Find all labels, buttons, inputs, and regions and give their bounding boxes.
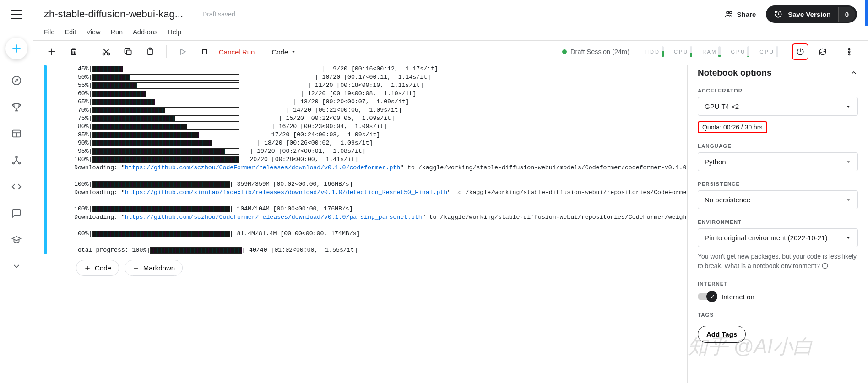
- cell-type-dropdown[interactable]: Code: [271, 48, 296, 56]
- run-cell-button[interactable]: [175, 44, 190, 59]
- side-panel: Notebook options ACCELERATOR GPU T4 ×2 Q…: [687, 65, 868, 383]
- menu-view[interactable]: View: [86, 28, 100, 36]
- menu-help[interactable]: Help: [168, 28, 181, 36]
- save-version-button[interactable]: Save Version 0: [766, 5, 857, 23]
- cancel-run-button[interactable]: Cancel Run: [219, 48, 255, 56]
- cell-gutter[interactable]: [44, 65, 47, 254]
- hdd-meter: H D D: [645, 46, 664, 57]
- output-cell: 45%| | 9/20 [00:16<00:12, 1.17s/it] 50%|…: [44, 65, 687, 254]
- svg-marker-34: [847, 237, 850, 239]
- accelerator-select[interactable]: GPU T4 ×2: [698, 97, 858, 116]
- svg-rect-18: [127, 50, 131, 55]
- code-icon[interactable]: [11, 181, 22, 192]
- persistence-select[interactable]: No persistence: [698, 190, 858, 209]
- stop-button[interactable]: [197, 44, 212, 59]
- scrollbar-top-marker: [865, 0, 868, 26]
- resource-meters: H D D C P U R A M G P U G P U: [645, 46, 778, 57]
- power-button[interactable]: [792, 43, 808, 60]
- svg-point-26: [848, 54, 850, 55]
- compass-icon[interactable]: [11, 75, 22, 86]
- language-select[interactable]: Python: [698, 152, 858, 171]
- share-button[interactable]: Share: [724, 10, 756, 19]
- menu-addons[interactable]: Add-ons: [133, 28, 157, 36]
- editor-area: 45%| | 9/20 [00:16<00:12, 1.17s/it] 50%|…: [33, 65, 687, 383]
- menu-edit[interactable]: Edit: [65, 28, 76, 36]
- hamburger-menu[interactable]: [11, 10, 22, 19]
- internet-label: INTERNET: [698, 281, 858, 286]
- persistence-label: PERSISTENCE: [698, 181, 858, 187]
- gpu-meter-1: G P U: [731, 46, 749, 57]
- draft-status: Draft saved: [202, 11, 235, 18]
- svg-point-24: [848, 49, 850, 50]
- accelerator-label: ACCELERATOR: [698, 88, 858, 93]
- discussions-icon[interactable]: [11, 208, 22, 219]
- environment-note: You won't get new packages, but your cod…: [698, 252, 858, 271]
- menu-file[interactable]: File: [44, 28, 54, 36]
- gpu-meter-2: G P U: [760, 46, 778, 57]
- trophy-icon[interactable]: [11, 102, 22, 113]
- status-dot-icon: [562, 49, 567, 54]
- caret-down-icon: [846, 197, 851, 203]
- create-button[interactable]: [5, 38, 27, 59]
- cell-output: 45%| | 9/20 [00:16<00:12, 1.17s/it] 50%|…: [74, 65, 687, 254]
- menu-run[interactable]: Run: [111, 28, 123, 36]
- svg-marker-32: [847, 161, 850, 163]
- paste-button[interactable]: [142, 44, 158, 59]
- refresh-button[interactable]: [815, 44, 830, 59]
- quota-badge: Quota: 00:26 / 30 hrs: [698, 121, 767, 133]
- chevron-up-icon: [850, 69, 858, 77]
- ram-meter: R A M: [702, 46, 721, 57]
- svg-point-2: [12, 76, 20, 85]
- svg-point-11: [729, 11, 732, 14]
- svg-marker-33: [847, 199, 850, 201]
- svg-point-37: [825, 264, 825, 265]
- add-cell-button[interactable]: [44, 44, 60, 59]
- svg-point-25: [848, 51, 850, 52]
- learn-icon[interactable]: [11, 234, 22, 245]
- header: zh-stable-diffusion-webui-kag... Draft s…: [33, 0, 868, 23]
- environment-select[interactable]: Pin to original environment (2022-10-21): [698, 228, 858, 247]
- version-count: 0: [838, 7, 855, 22]
- svg-marker-21: [181, 49, 186, 54]
- add-markdown-cell-button[interactable]: Markdown: [125, 260, 183, 276]
- svg-marker-31: [847, 106, 850, 108]
- caret-down-icon: [846, 235, 851, 241]
- copy-button[interactable]: [120, 44, 136, 59]
- add-code-cell-button[interactable]: Code: [76, 260, 119, 276]
- kebab-menu[interactable]: [841, 44, 857, 59]
- history-icon: [774, 10, 782, 18]
- delete-cell-button[interactable]: [66, 44, 81, 59]
- svg-marker-3: [15, 79, 18, 82]
- caret-down-icon: [291, 49, 296, 54]
- svg-point-10: [727, 11, 729, 14]
- svg-rect-22: [202, 49, 206, 54]
- main-area: zh-stable-diffusion-webui-kag... Draft s…: [33, 0, 868, 383]
- caret-down-icon: [846, 104, 851, 109]
- svg-point-9: [18, 162, 20, 164]
- svg-point-8: [12, 162, 14, 164]
- chevron-down-icon[interactable]: [11, 261, 22, 272]
- table-icon[interactable]: [11, 128, 22, 139]
- add-tags-button[interactable]: Add Tags: [698, 326, 746, 343]
- share-icon: [724, 10, 733, 19]
- internet-status: Internet on: [722, 293, 754, 301]
- environment-label: ENVIRONMENT: [698, 219, 858, 225]
- cpu-meter: C P U: [674, 46, 692, 57]
- left-rail: [0, 0, 33, 383]
- models-icon[interactable]: [11, 155, 22, 166]
- menubar: File Edit View Run Add-ons Help: [33, 23, 868, 40]
- language-label: LANGUAGE: [698, 143, 858, 149]
- info-icon[interactable]: [822, 263, 828, 269]
- toolbar: Cancel Run Code Draft Session (24m) H D …: [33, 40, 868, 65]
- side-panel-header[interactable]: Notebook options: [698, 68, 858, 78]
- svg-marker-23: [292, 51, 295, 53]
- svg-point-7: [16, 156, 17, 158]
- cut-button[interactable]: [98, 44, 114, 59]
- tags-label: TAGS: [698, 312, 858, 318]
- notebook-title[interactable]: zh-stable-diffusion-webui-kag...: [44, 8, 183, 20]
- session-status[interactable]: Draft Session (24m): [562, 48, 629, 55]
- caret-down-icon: [846, 159, 851, 165]
- internet-toggle[interactable]: ✓: [698, 293, 716, 300]
